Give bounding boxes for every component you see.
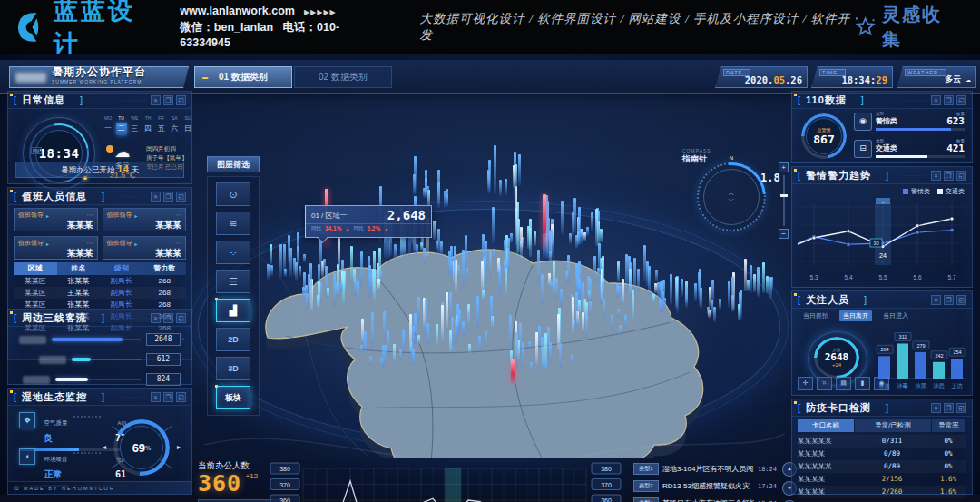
alert-row[interactable]: 类型1湿地3-104片区有不明人员闯入18:24 [633, 462, 777, 476]
panel-expand-icon[interactable]: ◱ [956, 403, 966, 413]
more-icon[interactable]: ⋯ [87, 212, 93, 219]
table-cell: 王某某 [57, 287, 101, 299]
bar-涉毒[interactable] [897, 343, 908, 379]
panel-title: 警情警力趋势 [798, 169, 889, 182]
panel-window-icon[interactable]: ❐ [944, 295, 954, 305]
layer-button-camera[interactable]: ⊙ [216, 182, 250, 206]
panel-window-icon[interactable]: ❐ [163, 313, 173, 323]
bar-在逃[interactable] [878, 356, 890, 379]
layer-button-blocks[interactable]: 板块 [216, 386, 250, 409]
panel-expand-icon[interactable]: ◱ [176, 392, 186, 402]
panel-expand-icon[interactable]: ◱ [956, 171, 966, 181]
header-dots-decor: ······· [122, 394, 148, 399]
tab-data-category-2[interactable]: 02 数据类别 [294, 66, 392, 88]
layer-button-list[interactable]: ☰ [216, 270, 250, 293]
wechat-id: 微信：ben_lanlan [180, 21, 273, 34]
checkpoint-row[interactable]: 某某某某2/2601.6% [798, 486, 966, 498]
alert-row[interactable]: 类型2RD13-53烟感报警疑似火灾17:24 [633, 479, 777, 493]
platform-title: 暑期办公协作平台 [52, 65, 146, 78]
more-icon[interactable]: ⋯ [175, 212, 181, 219]
panel-expand-icon[interactable]: ◱ [956, 95, 966, 105]
table-row[interactable]: 某某区张某某副局长268 [14, 275, 186, 287]
duty-role: 值班领导 [18, 211, 44, 220]
panel-window-icon[interactable]: ❐ [944, 403, 954, 413]
lunar-line: 闰四月初四 [146, 144, 188, 153]
checkpoint-rate: 0% [930, 435, 966, 448]
duty-leader-card[interactable]: 值班领导▸⋯某某某 [103, 208, 187, 231]
panel-expand-icon[interactable]: ◱ [176, 95, 186, 105]
more-icon[interactable]: ⋯ [87, 240, 93, 247]
alert-time: 17:24 [758, 483, 777, 490]
focus-action-icon-2[interactable]: ⌗ [817, 377, 832, 390]
focus-action-icon-3[interactable]: ▤ [836, 377, 851, 390]
focus-tab[interactable]: 当日离开 [839, 310, 872, 321]
weekday-en: SU [182, 115, 193, 121]
layer-button-bar-chart[interactable]: ▟ [216, 299, 250, 322]
zoom-knob[interactable] [780, 194, 788, 197]
tab-data-category-1[interactable]: 01 数据类别 [194, 66, 292, 88]
panel-title: 湿地生态监控 [14, 390, 105, 404]
checkpoint-row[interactable]: 某某某某某0/890% [798, 460, 966, 473]
panel-window-icon[interactable]: ❐ [944, 171, 954, 181]
gauge-left-arrow[interactable]: ◂ [103, 443, 106, 451]
panel-window-icon[interactable]: ❐ [944, 95, 954, 105]
focus-action-icon-4[interactable]: ▮ [855, 377, 870, 390]
gauge-right-arrow[interactable]: ▸ [177, 443, 181, 451]
weekday-cn[interactable]: 二 [116, 123, 127, 135]
compass-dial[interactable]: N ︿﹀ [697, 162, 766, 231]
svg-text:涉黑: 涉黑 [916, 383, 927, 389]
checkpoint-row[interactable]: 某某某某0/890% [798, 448, 966, 460]
panel-close-icon[interactable]: × [931, 403, 941, 413]
data-spike [514, 164, 517, 189]
zoom-in-button[interactable]: + [779, 162, 789, 172]
layer-button-signal[interactable]: ≋ [216, 212, 250, 235]
duty-leader-card[interactable]: 值班领导▸⋯某某某 [103, 236, 187, 260]
checkpoint-row[interactable]: 某某某某2/1561.6% [798, 473, 966, 486]
panel-close-icon[interactable]: × [931, 171, 941, 181]
office-count-delta: +12 [246, 472, 259, 480]
panel-close-icon[interactable]: × [151, 95, 161, 105]
duty-leader-card[interactable]: 值班领导▸⋯某某某 [14, 208, 98, 231]
bar-上访[interactable] [951, 359, 963, 379]
zoom-out-button[interactable]: − [779, 229, 789, 239]
arrow-icon: ▸ [46, 212, 49, 219]
weekday-en: MO [103, 115, 113, 121]
more-icon[interactable]: ⋯ [175, 240, 181, 247]
layer-button-grid[interactable]: ⁘ [216, 241, 250, 264]
panel-close-icon[interactable]: × [931, 95, 941, 105]
made-by-strip: ⊙ MADE BY NEHOMMICOR [8, 481, 191, 494]
zoom-track[interactable] [783, 175, 785, 226]
checkpoint-rate: 0% [930, 460, 966, 473]
layer-button-2d[interactable]: 2D [216, 328, 250, 351]
flow-bar-row: 2648ᐟ [17, 333, 184, 346]
panel-expand-icon[interactable]: ◱ [956, 295, 966, 305]
layer-button-3d[interactable]: 3D [216, 357, 250, 380]
panel-window-icon[interactable]: ❐ [163, 392, 173, 402]
tab-label: 01 数据类别 [219, 71, 268, 84]
panel-expand-icon[interactable]: ◱ [176, 192, 186, 202]
panel-title: 关注人员 [798, 293, 867, 307]
up-arrow-icon: ▲ [345, 226, 349, 231]
panel-window-icon[interactable]: ❐ [163, 192, 173, 202]
data110-row: ⊟类型交通类数量421 [854, 139, 965, 159]
panel-close-icon[interactable]: × [931, 295, 941, 305]
website-link[interactable]: www.lanlanwork.com [180, 5, 295, 17]
panel-expand-icon[interactable]: ◱ [176, 313, 186, 323]
checkpoint-row[interactable]: 某某某某某0/3110% [798, 435, 966, 448]
checkpoint-panel: 防疫卡口检测·······×❐◱ 卡口名称异常/已检测异常率某某某某某0/311… [791, 399, 973, 495]
bar-涉黑[interactable] [915, 352, 926, 379]
bar-涉恐[interactable] [933, 362, 945, 379]
panel-close-icon[interactable]: × [151, 192, 161, 202]
panel-close-icon[interactable]: × [151, 392, 161, 402]
focus-tab[interactable]: 当日抓拍 [799, 310, 832, 321]
checkpoint-col-header[interactable]: 卡口名称 [798, 419, 854, 432]
table-row[interactable]: 某某区王某某副局长268 [14, 287, 186, 299]
duty-name: 某某某 [18, 248, 93, 260]
duty-col-header: 区域 [14, 262, 57, 275]
duty-leader-card[interactable]: 值班领导▸⋯某某某 [14, 236, 98, 260]
collect-inspiration[interactable]: 灵感收集 [854, 3, 960, 52]
focus-action-icon-1[interactable]: ✛ [798, 377, 813, 390]
alert-row[interactable]: 类型4某路口有小汽车连闯三个红灯13:24 [633, 497, 777, 502]
panel-window-icon[interactable]: ❐ [163, 95, 173, 105]
panel-close-icon[interactable]: × [151, 313, 161, 323]
